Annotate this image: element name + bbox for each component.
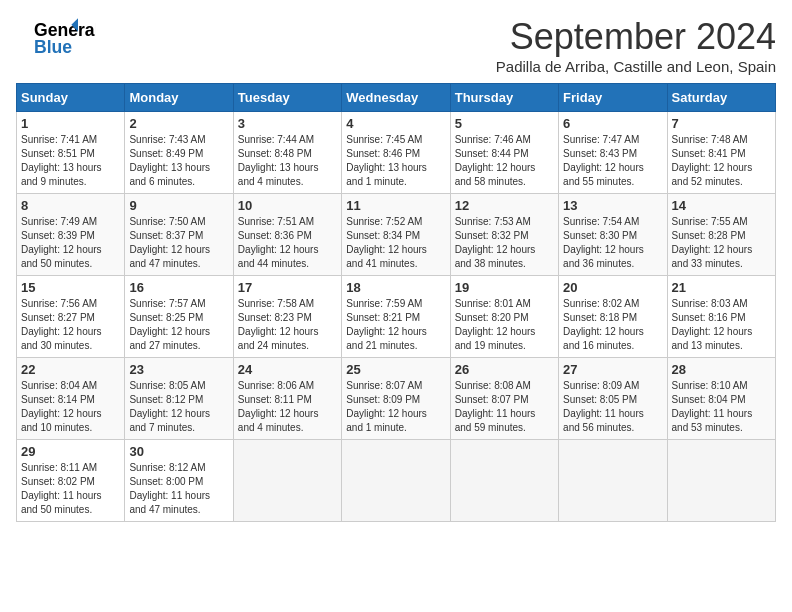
sunset-label: Sunset: 8:43 PM [563, 148, 637, 159]
day-info: Sunrise: 7:52 AM Sunset: 8:34 PM Dayligh… [346, 215, 445, 271]
sunrise-label: Sunrise: 7:48 AM [672, 134, 748, 145]
sunrise-label: Sunrise: 8:04 AM [21, 380, 97, 391]
daylight-label: Daylight: 13 hours and 1 minute. [346, 162, 427, 187]
day-info: Sunrise: 8:01 AM Sunset: 8:20 PM Dayligh… [455, 297, 554, 353]
sunrise-label: Sunrise: 8:08 AM [455, 380, 531, 391]
sunset-label: Sunset: 8:32 PM [455, 230, 529, 241]
day-info: Sunrise: 8:11 AM Sunset: 8:02 PM Dayligh… [21, 461, 120, 517]
day-info: Sunrise: 7:55 AM Sunset: 8:28 PM Dayligh… [672, 215, 771, 271]
sunrise-label: Sunrise: 8:09 AM [563, 380, 639, 391]
day-cell-7: 7 Sunrise: 7:48 AM Sunset: 8:41 PM Dayli… [667, 112, 775, 194]
sunset-label: Sunset: 8:07 PM [455, 394, 529, 405]
day-cell-20: 20 Sunrise: 8:02 AM Sunset: 8:18 PM Dayl… [559, 276, 667, 358]
sunset-label: Sunset: 8:44 PM [455, 148, 529, 159]
day-cell-29: 29 Sunrise: 8:11 AM Sunset: 8:02 PM Dayl… [17, 440, 125, 522]
day-number: 21 [672, 280, 771, 295]
day-number: 7 [672, 116, 771, 131]
day-number: 9 [129, 198, 228, 213]
day-cell-18: 18 Sunrise: 7:59 AM Sunset: 8:21 PM Dayl… [342, 276, 450, 358]
day-info: Sunrise: 8:09 AM Sunset: 8:05 PM Dayligh… [563, 379, 662, 435]
sunrise-label: Sunrise: 7:58 AM [238, 298, 314, 309]
day-number: 24 [238, 362, 337, 377]
calendar-week-5: 29 Sunrise: 8:11 AM Sunset: 8:02 PM Dayl… [17, 440, 776, 522]
sunset-label: Sunset: 8:18 PM [563, 312, 637, 323]
sunset-label: Sunset: 8:14 PM [21, 394, 95, 405]
calendar-header-row: SundayMondayTuesdayWednesdayThursdayFrid… [17, 84, 776, 112]
day-cell-23: 23 Sunrise: 8:05 AM Sunset: 8:12 PM Dayl… [125, 358, 233, 440]
day-number: 22 [21, 362, 120, 377]
sunrise-label: Sunrise: 7:43 AM [129, 134, 205, 145]
day-number: 16 [129, 280, 228, 295]
empty-cell [342, 440, 450, 522]
daylight-label: Daylight: 12 hours and 33 minutes. [672, 244, 753, 269]
day-number: 5 [455, 116, 554, 131]
sunset-label: Sunset: 8:09 PM [346, 394, 420, 405]
sunset-label: Sunset: 8:05 PM [563, 394, 637, 405]
title-area: September 2024 Padilla de Arriba, Castil… [496, 16, 776, 75]
sunset-label: Sunset: 8:51 PM [21, 148, 95, 159]
daylight-label: Daylight: 12 hours and 50 minutes. [21, 244, 102, 269]
day-number: 12 [455, 198, 554, 213]
day-cell-1: 1 Sunrise: 7:41 AM Sunset: 8:51 PM Dayli… [17, 112, 125, 194]
day-number: 13 [563, 198, 662, 213]
sunrise-label: Sunrise: 7:41 AM [21, 134, 97, 145]
sunset-label: Sunset: 8:23 PM [238, 312, 312, 323]
day-cell-9: 9 Sunrise: 7:50 AM Sunset: 8:37 PM Dayli… [125, 194, 233, 276]
daylight-label: Daylight: 12 hours and 13 minutes. [672, 326, 753, 351]
calendar-table: SundayMondayTuesdayWednesdayThursdayFrid… [16, 83, 776, 522]
day-number: 30 [129, 444, 228, 459]
header-day-monday: Monday [125, 84, 233, 112]
day-cell-28: 28 Sunrise: 8:10 AM Sunset: 8:04 PM Dayl… [667, 358, 775, 440]
daylight-label: Daylight: 13 hours and 9 minutes. [21, 162, 102, 187]
day-number: 2 [129, 116, 228, 131]
day-cell-21: 21 Sunrise: 8:03 AM Sunset: 8:16 PM Dayl… [667, 276, 775, 358]
sunrise-label: Sunrise: 8:03 AM [672, 298, 748, 309]
sunset-label: Sunset: 8:21 PM [346, 312, 420, 323]
day-info: Sunrise: 7:54 AM Sunset: 8:30 PM Dayligh… [563, 215, 662, 271]
day-number: 29 [21, 444, 120, 459]
sunrise-label: Sunrise: 8:02 AM [563, 298, 639, 309]
calendar-week-4: 22 Sunrise: 8:04 AM Sunset: 8:14 PM Dayl… [17, 358, 776, 440]
day-cell-12: 12 Sunrise: 7:53 AM Sunset: 8:32 PM Dayl… [450, 194, 558, 276]
day-cell-11: 11 Sunrise: 7:52 AM Sunset: 8:34 PM Dayl… [342, 194, 450, 276]
sunset-label: Sunset: 8:28 PM [672, 230, 746, 241]
sunrise-label: Sunrise: 7:50 AM [129, 216, 205, 227]
day-number: 11 [346, 198, 445, 213]
daylight-label: Daylight: 12 hours and 10 minutes. [21, 408, 102, 433]
daylight-label: Daylight: 11 hours and 47 minutes. [129, 490, 210, 515]
daylight-label: Daylight: 12 hours and 16 minutes. [563, 326, 644, 351]
day-number: 4 [346, 116, 445, 131]
daylight-label: Daylight: 13 hours and 6 minutes. [129, 162, 210, 187]
sunrise-label: Sunrise: 7:51 AM [238, 216, 314, 227]
day-info: Sunrise: 7:59 AM Sunset: 8:21 PM Dayligh… [346, 297, 445, 353]
daylight-label: Daylight: 12 hours and 55 minutes. [563, 162, 644, 187]
sunrise-label: Sunrise: 8:06 AM [238, 380, 314, 391]
day-info: Sunrise: 7:47 AM Sunset: 8:43 PM Dayligh… [563, 133, 662, 189]
sunrise-label: Sunrise: 8:05 AM [129, 380, 205, 391]
day-info: Sunrise: 8:05 AM Sunset: 8:12 PM Dayligh… [129, 379, 228, 435]
daylight-label: Daylight: 12 hours and 21 minutes. [346, 326, 427, 351]
daylight-label: Daylight: 12 hours and 27 minutes. [129, 326, 210, 351]
daylight-label: Daylight: 11 hours and 50 minutes. [21, 490, 102, 515]
day-cell-17: 17 Sunrise: 7:58 AM Sunset: 8:23 PM Dayl… [233, 276, 341, 358]
sunrise-label: Sunrise: 7:49 AM [21, 216, 97, 227]
day-number: 26 [455, 362, 554, 377]
daylight-label: Daylight: 12 hours and 1 minute. [346, 408, 427, 433]
daylight-label: Daylight: 12 hours and 58 minutes. [455, 162, 536, 187]
sunset-label: Sunset: 8:41 PM [672, 148, 746, 159]
day-number: 15 [21, 280, 120, 295]
sunset-label: Sunset: 8:11 PM [238, 394, 312, 405]
day-cell-15: 15 Sunrise: 7:56 AM Sunset: 8:27 PM Dayl… [17, 276, 125, 358]
month-title: September 2024 [496, 16, 776, 58]
day-info: Sunrise: 8:02 AM Sunset: 8:18 PM Dayligh… [563, 297, 662, 353]
daylight-label: Daylight: 12 hours and 41 minutes. [346, 244, 427, 269]
day-info: Sunrise: 7:51 AM Sunset: 8:36 PM Dayligh… [238, 215, 337, 271]
header-day-sunday: Sunday [17, 84, 125, 112]
daylight-label: Daylight: 12 hours and 24 minutes. [238, 326, 319, 351]
sunset-label: Sunset: 8:12 PM [129, 394, 203, 405]
empty-cell [450, 440, 558, 522]
day-info: Sunrise: 7:44 AM Sunset: 8:48 PM Dayligh… [238, 133, 337, 189]
sunset-label: Sunset: 8:25 PM [129, 312, 203, 323]
sunset-label: Sunset: 8:02 PM [21, 476, 95, 487]
sunrise-label: Sunrise: 7:54 AM [563, 216, 639, 227]
